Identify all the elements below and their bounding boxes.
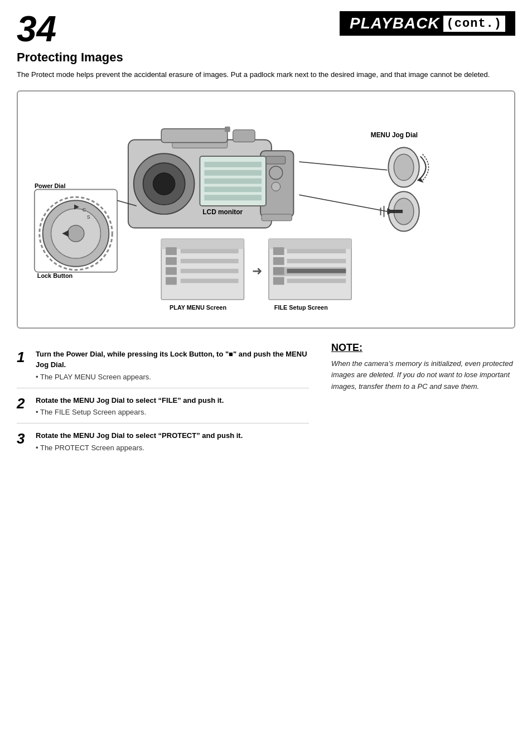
step-sub-1: The PLAY MENU Screen appears.	[36, 373, 309, 381]
svg-text:FILE Setup Screen: FILE Setup Screen	[274, 304, 328, 310]
svg-rect-46	[166, 247, 177, 255]
svg-text:LCD monitor: LCD monitor	[202, 208, 243, 215]
svg-rect-10	[204, 186, 262, 192]
step-sub-3: The PROTECT Screen appears.	[36, 444, 309, 452]
step-main-1: Turn the Power Dial, while pressing its …	[36, 349, 309, 370]
svg-rect-51	[181, 268, 239, 273]
step-main-2: Rotate the MENU Jog Dial to select “FILE…	[36, 395, 309, 406]
svg-rect-15	[266, 156, 286, 164]
step-1: 1 Turn the Power Dial, while pressing it…	[17, 342, 309, 388]
svg-marker-34	[417, 177, 424, 182]
svg-point-17	[272, 182, 280, 191]
svg-point-33	[394, 154, 414, 180]
svg-rect-8	[204, 170, 262, 175]
note-text: When the camera’s memory is initialized,…	[331, 358, 515, 393]
intro-text: The Protect mode helps prevent the accid…	[17, 69, 496, 80]
svg-rect-52	[166, 277, 177, 285]
note-title: NOTE:	[331, 342, 515, 354]
svg-rect-14	[225, 126, 230, 132]
step-number-3: 3	[17, 431, 30, 446]
svg-rect-38	[387, 209, 403, 213]
svg-rect-49	[181, 258, 239, 263]
svg-rect-7	[204, 161, 262, 167]
cont-label: (cont.)	[443, 16, 505, 32]
svg-text:MENU Jog Dial: MENU Jog Dial	[371, 131, 418, 138]
page-number: 34	[17, 11, 56, 47]
step-number-2: 2	[17, 396, 30, 411]
step-2: 2 Rotate the MENU Jog Dial to select “FI…	[17, 388, 309, 424]
step-content-1: Turn the Power Dial, while pressing its …	[36, 349, 309, 381]
svg-rect-60	[273, 257, 284, 264]
step-sub-2: The FILE Setup Screen appears.	[36, 408, 309, 416]
svg-point-23	[67, 225, 84, 242]
steps-and-note-container: 1 Turn the Power Dial, while pressing it…	[17, 342, 515, 459]
step-content-3: Rotate the MENU Jog Dial to select “PROT…	[36, 430, 309, 452]
svg-rect-59	[287, 249, 346, 253]
svg-text:Power Dial: Power Dial	[35, 182, 66, 189]
step-content-2: Rotate the MENU Jog Dial to select “FILE…	[36, 395, 309, 417]
svg-line-42	[299, 195, 387, 211]
note-section: NOTE: When the camera’s memory is initia…	[331, 342, 515, 393]
step-number-1: 1	[17, 350, 30, 364]
svg-point-3	[153, 172, 175, 195]
svg-rect-12	[161, 128, 228, 142]
step-3: 3 Rotate the MENU Jog Dial to select “PR…	[17, 423, 309, 459]
svg-rect-50	[166, 267, 177, 275]
svg-rect-9	[204, 178, 262, 184]
svg-text:S: S	[87, 214, 90, 219]
svg-rect-64	[273, 267, 346, 276]
svg-line-41	[299, 161, 387, 170]
svg-rect-18	[262, 214, 292, 220]
svg-rect-53	[181, 278, 239, 283]
svg-rect-13	[233, 129, 255, 142]
section-header-title: PLAYBACK (cont.)	[340, 11, 515, 36]
playback-label: PLAYBACK	[350, 15, 439, 32]
svg-rect-11	[204, 195, 262, 200]
svg-text:➜: ➜	[252, 263, 262, 277]
svg-text:C: C	[83, 206, 86, 212]
svg-rect-65	[273, 277, 284, 285]
svg-text:PLAY MENU Screen: PLAY MENU Screen	[170, 304, 226, 310]
diagram-box: ▶ C S Lock Button Power Dial MENU Jog Di…	[17, 90, 515, 329]
svg-rect-61	[287, 258, 346, 263]
step-main-3: Rotate the MENU Jog Dial to select “PROT…	[36, 430, 309, 441]
svg-text:Lock Button: Lock Button	[37, 272, 72, 278]
camera-diagram-svg: ▶ C S Lock Button Power Dial MENU Jog Di…	[29, 103, 503, 315]
section-title: Protecting Images	[17, 50, 515, 65]
steps-section: 1 Turn the Power Dial, while pressing it…	[17, 342, 309, 459]
svg-rect-47	[181, 249, 239, 253]
page-header: 34 PLAYBACK (cont.)	[17, 11, 515, 47]
svg-rect-48	[166, 257, 177, 264]
svg-rect-58	[273, 247, 284, 255]
svg-point-16	[269, 166, 283, 179]
svg-rect-66	[287, 278, 346, 283]
